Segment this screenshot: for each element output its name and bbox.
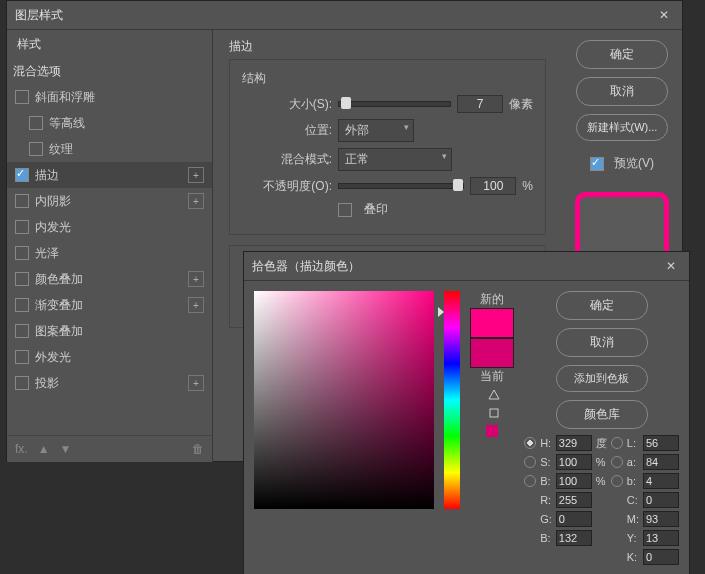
style-label: 颜色叠加: [35, 271, 188, 288]
overprint-checkbox[interactable]: [338, 203, 352, 217]
opacity-label: 不透明度(O):: [242, 178, 332, 195]
websafe-swatch[interactable]: [486, 425, 498, 437]
size-slider[interactable]: [338, 101, 451, 107]
c-input[interactable]: 0: [643, 492, 679, 508]
add-effect-icon[interactable]: +: [188, 167, 204, 183]
style-row[interactable]: 等高线: [7, 110, 212, 136]
opacity-slider[interactable]: [338, 183, 464, 189]
h-input[interactable]: 329: [556, 435, 592, 451]
style-row[interactable]: 投影+: [7, 370, 212, 396]
b-input[interactable]: 4: [643, 473, 679, 489]
style-label: 渐变叠加: [35, 297, 188, 314]
style-checkbox[interactable]: [15, 168, 29, 182]
add-effect-icon[interactable]: +: [188, 193, 204, 209]
sidebar-footer: fx. ▲ ▼ 🗑: [7, 435, 212, 462]
close-icon[interactable]: ✕: [654, 5, 674, 25]
style-row[interactable]: 内发光: [7, 214, 212, 240]
style-checkbox[interactable]: [15, 324, 29, 338]
opacity-value[interactable]: 100: [470, 177, 516, 195]
blend-options[interactable]: 混合选项: [7, 59, 212, 84]
picker-title: 拾色器（描边颜色）: [252, 258, 661, 275]
add-swatch-button[interactable]: 添加到色板: [556, 365, 648, 392]
add-effect-icon[interactable]: +: [188, 375, 204, 391]
blendmode-select[interactable]: 正常: [338, 148, 452, 171]
style-checkbox[interactable]: [15, 246, 29, 260]
blendmode-label: 混合模式:: [242, 151, 332, 168]
add-effect-icon[interactable]: +: [188, 297, 204, 313]
style-row[interactable]: 光泽: [7, 240, 212, 266]
l-radio[interactable]: [611, 437, 623, 449]
style-row[interactable]: 纹理: [7, 136, 212, 162]
warning-icon[interactable]: [488, 389, 500, 401]
g-input[interactable]: 0: [556, 511, 592, 527]
style-checkbox[interactable]: [15, 220, 29, 234]
hue-slider[interactable]: [444, 291, 460, 509]
new-label: 新的: [480, 291, 504, 308]
s-input[interactable]: 100: [556, 454, 592, 470]
picker-titlebar[interactable]: 拾色器（描边颜色） ✕: [244, 252, 689, 281]
style-row[interactable]: 斜面和浮雕: [7, 84, 212, 110]
cancel-button[interactable]: 取消: [576, 77, 668, 106]
style-checkbox[interactable]: [15, 350, 29, 364]
up-icon[interactable]: ▲: [38, 442, 50, 456]
style-row[interactable]: 渐变叠加+: [7, 292, 212, 318]
a-radio[interactable]: [611, 456, 623, 468]
style-row[interactable]: 颜色叠加+: [7, 266, 212, 292]
bv-input[interactable]: 100: [556, 473, 592, 489]
position-select[interactable]: 外部: [338, 119, 414, 142]
r-input[interactable]: 255: [556, 492, 592, 508]
structure-label: 结构: [242, 70, 533, 87]
main-titlebar[interactable]: 图层样式 ✕: [7, 1, 682, 30]
bv-radio[interactable]: [524, 475, 536, 487]
picker-cancel-button[interactable]: 取消: [556, 328, 648, 357]
preview-label: 预览(V): [614, 155, 654, 172]
close-icon[interactable]: ✕: [661, 256, 681, 276]
main-title: 图层样式: [15, 7, 654, 24]
current-swatch[interactable]: [470, 338, 514, 368]
b-radio[interactable]: [611, 475, 623, 487]
preview-checkbox[interactable]: [590, 157, 604, 171]
style-row[interactable]: 图案叠加: [7, 318, 212, 344]
style-checkbox[interactable]: [29, 142, 43, 156]
style-checkbox[interactable]: [29, 116, 43, 130]
style-checkbox[interactable]: [15, 298, 29, 312]
fx-icon[interactable]: fx.: [15, 442, 28, 456]
s-radio[interactable]: [524, 456, 536, 468]
style-row[interactable]: 外发光: [7, 344, 212, 370]
style-label: 投影: [35, 375, 188, 392]
style-checkbox[interactable]: [15, 194, 29, 208]
trash-icon[interactable]: 🗑: [192, 442, 204, 456]
style-checkbox[interactable]: [15, 376, 29, 390]
new-swatch[interactable]: [470, 308, 514, 338]
style-label: 纹理: [49, 141, 204, 158]
cube-icon[interactable]: [488, 407, 500, 419]
picker-ok-button[interactable]: 确定: [556, 291, 648, 320]
color-values: H:329度 L:56 S:100% a:84 B:100% b:4 R:255…: [524, 435, 679, 565]
style-label: 内发光: [35, 219, 204, 236]
sv-field[interactable]: [254, 291, 434, 509]
ok-button[interactable]: 确定: [576, 40, 668, 69]
h-radio[interactable]: [524, 437, 536, 449]
new-style-button[interactable]: 新建样式(W)...: [576, 114, 668, 141]
svg-rect-0: [490, 409, 498, 417]
style-label: 光泽: [35, 245, 204, 262]
hue-indicator-icon: [438, 307, 444, 317]
y-input[interactable]: 13: [643, 530, 679, 546]
l-input[interactable]: 56: [643, 435, 679, 451]
bb-input[interactable]: 132: [556, 530, 592, 546]
style-checkbox[interactable]: [15, 90, 29, 104]
size-label: 大小(S):: [242, 96, 332, 113]
add-effect-icon[interactable]: +: [188, 271, 204, 287]
size-value[interactable]: 7: [457, 95, 503, 113]
k-input[interactable]: 0: [643, 549, 679, 565]
style-label: 描边: [35, 167, 188, 184]
a-input[interactable]: 84: [643, 454, 679, 470]
new-current: 新的 当前: [470, 291, 514, 565]
style-row[interactable]: 描边+: [7, 162, 212, 188]
down-icon[interactable]: ▼: [60, 442, 72, 456]
color-lib-button[interactable]: 颜色库: [556, 400, 648, 429]
style-row[interactable]: 内阴影+: [7, 188, 212, 214]
m-input[interactable]: 93: [643, 511, 679, 527]
style-checkbox[interactable]: [15, 272, 29, 286]
opacity-unit: %: [522, 179, 533, 193]
